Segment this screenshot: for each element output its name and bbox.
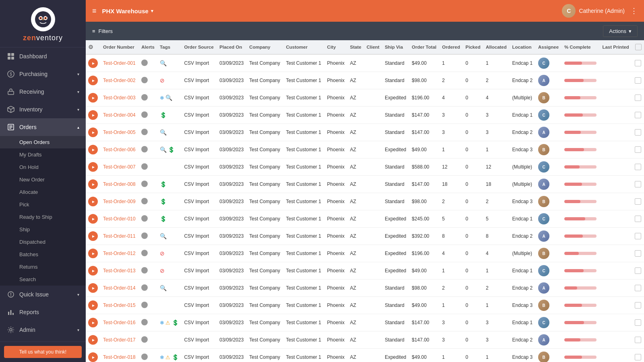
th-picked[interactable]: Picked [463, 40, 483, 54]
row-city: Phoenix [325, 314, 348, 331]
row-checkbox[interactable] [635, 60, 641, 66]
progress-fill [564, 79, 584, 82]
user-menu[interactable]: C Catherine (Admin) [562, 4, 625, 18]
sidebar-item-returns[interactable]: Returns [0, 261, 86, 273]
row-checkbox[interactable] [635, 95, 641, 101]
row-checkbox[interactable] [635, 164, 641, 170]
select-all-checkbox[interactable] [635, 44, 642, 50]
row-city: Phoenix [325, 54, 348, 72]
sidebar-item-quick-issue[interactable]: Quick Issue ▾ [0, 286, 86, 303]
sidebar-item-dispatched[interactable]: Dispatched [0, 236, 86, 248]
th-order-total[interactable]: Order Total [409, 40, 440, 54]
sidebar-item-inventory[interactable]: Inventory ▾ [0, 101, 86, 118]
sidebar-item-reports[interactable]: Reports [0, 303, 86, 321]
th-location[interactable]: Location [510, 40, 536, 54]
play-button[interactable] [88, 249, 98, 258]
th-city[interactable]: City [325, 40, 348, 54]
th-pct-complete[interactable]: % Complete [562, 40, 600, 54]
play-button[interactable] [88, 179, 98, 189]
th-allocated[interactable]: Allocated [483, 40, 510, 54]
th-state[interactable]: State [348, 40, 364, 54]
th-last-printed[interactable]: Last Printed [600, 40, 632, 54]
play-button[interactable] [88, 214, 98, 224]
sidebar-item-search[interactable]: Search [0, 273, 86, 286]
sidebar-item-receiving[interactable]: Receiving ▾ [0, 83, 86, 101]
row-checkbox[interactable] [635, 250, 641, 257]
th-ordered[interactable]: Ordered [440, 40, 463, 54]
row-pct-complete [562, 314, 600, 331]
play-button[interactable] [88, 318, 98, 327]
row-checkbox[interactable] [635, 267, 641, 274]
play-button[interactable] [88, 266, 98, 276]
row-ship-via: Standard [382, 280, 409, 297]
play-button[interactable] [88, 110, 98, 120]
actions-button[interactable]: Actions ▾ [603, 25, 638, 37]
row-picked: 0 [463, 141, 483, 158]
settings-icon[interactable]: ⚙ [88, 44, 93, 50]
th-assignee[interactable]: Assignee [536, 40, 562, 54]
row-checkbox[interactable] [635, 216, 641, 222]
sidebar-item-allocate[interactable]: Allocate [0, 186, 86, 198]
play-button[interactable] [88, 76, 98, 85]
row-alerts [139, 193, 157, 210]
th-placed-on[interactable]: Placed On [217, 40, 247, 54]
play-button[interactable] [88, 197, 98, 206]
th-select-all[interactable] [632, 40, 644, 54]
orders-table-container[interactable]: ⚙ Order Number Alerts Tags Order Source … [86, 40, 644, 362]
th-ship-via[interactable]: Ship Via [382, 40, 409, 54]
th-alerts[interactable]: Alerts [139, 40, 157, 54]
row-checkbox[interactable] [635, 319, 641, 326]
topbar-more-icon[interactable]: ⋮ [630, 6, 638, 15]
sidebar-item-pick[interactable]: Pick [0, 198, 86, 211]
play-button[interactable] [88, 352, 98, 362]
sidebar-item-my-drafts[interactable]: My Drafts [0, 148, 86, 161]
sidebar-item-dashboard[interactable]: Dashboard [0, 47, 86, 65]
row-checkbox[interactable] [635, 354, 641, 360]
row-checkbox[interactable] [635, 129, 641, 136]
play-button[interactable] [88, 283, 98, 293]
sidebar-item-batches[interactable]: Batches [0, 248, 86, 261]
play-button[interactable] [88, 58, 98, 68]
feedback-button[interactable]: Tell us what you think! [4, 346, 82, 358]
sidebar-item-orders[interactable]: Orders ▴ [0, 118, 86, 136]
sidebar-item-new-order[interactable]: New Order [0, 173, 86, 186]
row-checkbox[interactable] [635, 233, 641, 239]
row-checkbox[interactable] [635, 146, 641, 153]
menu-icon[interactable]: ≡ [92, 7, 97, 15]
filters-label[interactable]: Filters [99, 28, 113, 34]
row-order-total: $147.00 [409, 107, 440, 124]
th-order-source[interactable]: Order Source [182, 40, 217, 54]
th-customer[interactable]: Customer [283, 40, 324, 54]
sidebar-item-open-orders[interactable]: Open Orders [0, 136, 86, 148]
th-tags[interactable]: Tags [157, 40, 182, 54]
th-order-number[interactable]: Order Number [101, 40, 139, 54]
row-allocated: 1 [483, 262, 510, 280]
row-checkbox[interactable] [635, 302, 641, 309]
sidebar-item-ready-to-ship[interactable]: Ready to Ship [0, 211, 86, 223]
sidebar-item-ship[interactable]: Ship [0, 223, 86, 236]
row-checkbox[interactable] [635, 337, 641, 343]
play-button[interactable] [88, 128, 98, 137]
play-button[interactable] [88, 300, 98, 310]
row-order-number: Test-Order-010 [101, 210, 139, 228]
play-button[interactable] [88, 335, 98, 345]
sidebar-item-purchasing[interactable]: $ Purchasing ▾ [0, 65, 86, 83]
alert-indicator [141, 302, 148, 308]
row-checkbox[interactable] [635, 181, 641, 187]
warehouse-selector[interactable]: PHX Warehouse ▾ [102, 8, 153, 14]
row-order-number: Test-Order-008 [101, 176, 139, 193]
progress-fill [564, 217, 585, 220]
play-button[interactable] [88, 145, 98, 154]
play-button[interactable] [88, 162, 98, 172]
row-checkbox[interactable] [635, 77, 641, 84]
play-button[interactable] [88, 231, 98, 241]
row-checkbox[interactable] [635, 112, 641, 118]
row-tags [157, 158, 182, 176]
sidebar-item-admin[interactable]: Admin ▾ [0, 321, 86, 339]
sidebar-item-on-hold[interactable]: On Hold [0, 161, 86, 173]
row-checkbox[interactable] [635, 198, 641, 205]
th-client[interactable]: Client [364, 40, 382, 54]
play-button[interactable] [88, 93, 98, 103]
row-checkbox[interactable] [635, 285, 641, 291]
th-company[interactable]: Company [247, 40, 283, 54]
